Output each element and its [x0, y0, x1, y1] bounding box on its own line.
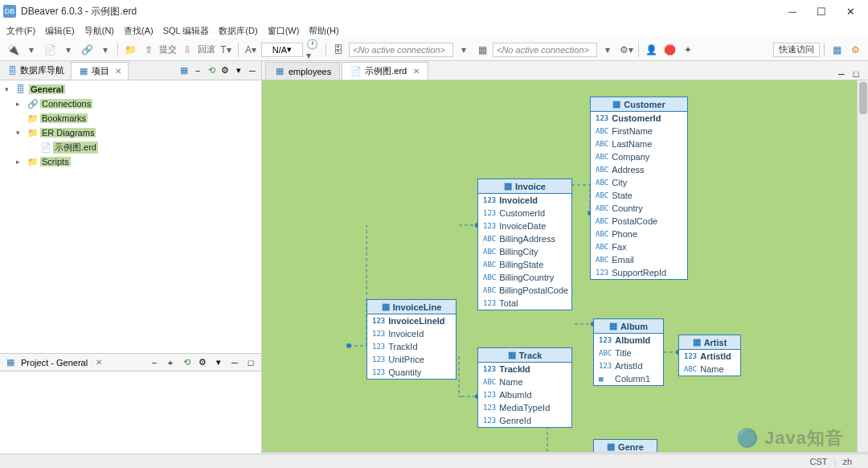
entity-column[interactable]: ▦Column1	[594, 372, 663, 385]
entity-column[interactable]: 123CustomerId	[478, 207, 571, 220]
new-sql-icon[interactable]: 📄	[42, 42, 58, 58]
scroll-thumb[interactable]	[859, 82, 867, 114]
vertical-scrollbar[interactable]: ▲	[857, 80, 868, 452]
action2-icon[interactable]: 🛑	[661, 42, 678, 58]
ed-max-icon[interactable]: □	[850, 68, 862, 80]
t-minus-icon[interactable]: −	[149, 357, 160, 368]
entity-header[interactable]: ▦ Album	[594, 319, 663, 334]
entity-column[interactable]: 123CustomerId	[591, 112, 687, 125]
menu-edit[interactable]: 编辑(E)	[42, 23, 78, 39]
menu-nav[interactable]: 导航(N)	[81, 23, 117, 39]
minimize-button[interactable]: ─	[778, 2, 807, 20]
link-dd[interactable]: ▾	[97, 42, 113, 58]
entity-invoiceline[interactable]: ▦ InvoiceLine123InvoiceLineId123InvoiceI…	[366, 299, 457, 380]
tree-item-erdiagrams[interactable]: ▾📁ER Diagrams	[2, 125, 260, 140]
quick-access[interactable]: 快速访问	[773, 43, 820, 57]
settings-icon[interactable]: ⚙▾	[618, 42, 634, 58]
dd1-arrow[interactable]: ▾	[456, 42, 472, 58]
entity-customer[interactable]: ▦ Customer123CustomerIdABCFirstNameABCLa…	[590, 96, 688, 280]
entity-column[interactable]: ABCLastName	[591, 138, 687, 150]
entity-column[interactable]: ABCName	[679, 363, 740, 376]
entity-header[interactable]: ▦ Artist	[679, 335, 740, 350]
new-sql-dd[interactable]: ▾	[60, 42, 76, 58]
entity-column[interactable]: 123Quantity	[367, 366, 456, 379]
menu-window[interactable]: 窗口(W)	[264, 23, 303, 39]
na-dropdown[interactable]: N/A ▾	[261, 43, 303, 57]
entity-column[interactable]: ABCBillingCity	[478, 245, 571, 258]
entity-header[interactable]: ▦ Invoice	[478, 179, 571, 194]
link-icon[interactable]: ⟲	[206, 65, 217, 76]
entity-column[interactable]: ABCFirstName	[591, 125, 687, 138]
entity-header[interactable]: ▦ InvoiceLine	[367, 300, 456, 314]
entity-header[interactable]: ▦ Genre	[594, 440, 657, 452]
entity-column[interactable]: 123InvoiceLineId	[367, 314, 456, 327]
t-link-icon[interactable]: ⟲	[181, 357, 192, 368]
entity-track[interactable]: ▦ Track123TrackIdABCName123AlbumId123Med…	[477, 347, 572, 428]
entity-column[interactable]: 123InvoiceDate	[478, 220, 571, 232]
entity-album[interactable]: ▦ Album123AlbumIdABCTitle123ArtistId▦Col…	[593, 318, 664, 386]
close-icon[interactable]: ✕	[115, 67, 121, 76]
t-max-icon[interactable]: □	[245, 357, 256, 368]
action1-icon[interactable]: 👤	[643, 42, 659, 58]
tree-item-scripts[interactable]: ▸📁Scripts	[2, 154, 260, 169]
rollback-label[interactable]: 回滚	[198, 43, 215, 55]
menu-sql[interactable]: SQL 编辑器	[160, 23, 213, 39]
folder-icon[interactable]: 📁	[122, 42, 138, 58]
connection-dd-2[interactable]: <No active connection>	[493, 43, 597, 57]
new-conn-dd[interactable]: ▾	[23, 42, 39, 58]
ed-min-icon[interactable]: ─	[836, 68, 847, 80]
t-min-icon[interactable]: ─	[229, 357, 240, 368]
expand-icon[interactable]: ▾	[5, 85, 14, 93]
editor-tab-erd[interactable]: 📄示例图.erd✕	[342, 62, 428, 80]
entity-column[interactable]: 123TrackId	[478, 363, 571, 376]
lang-label[interactable]: zh	[842, 457, 852, 466]
encoding-label[interactable]: CST	[810, 457, 828, 466]
editor-tab-employees[interactable]: ▦employees	[265, 62, 340, 80]
persp2-icon[interactable]: ⚙	[847, 42, 863, 58]
entity-column[interactable]: ABCName	[478, 376, 571, 388]
expand-icon[interactable]: ▸	[16, 158, 26, 166]
min-panel-icon[interactable]: ─	[247, 65, 258, 76]
new-icon[interactable]: ▦	[178, 65, 190, 76]
tab-project[interactable]: ▦项目✕	[72, 62, 129, 80]
clock-icon[interactable]: 🕐▾	[305, 42, 321, 58]
commit-icon[interactable]: ⇧	[141, 42, 157, 58]
action3-icon[interactable]: ✦	[680, 42, 696, 58]
menu-db[interactable]: 数据库(D)	[215, 23, 260, 39]
expand-icon[interactable]: ▾	[16, 129, 26, 137]
entity-column[interactable]: ABCTitle	[594, 347, 663, 359]
entity-column[interactable]: 123AlbumId	[478, 388, 571, 401]
table-icon[interactable]: ▦	[474, 42, 490, 58]
entity-column[interactable]: ABCAddress	[591, 163, 687, 176]
entity-column[interactable]: 123Total	[478, 297, 571, 310]
tree-item-bookmarks[interactable]: 📁Bookmarks	[2, 111, 260, 125]
dd2-arrow[interactable]: ▾	[600, 42, 616, 58]
entity-column[interactable]: ABCFax	[591, 240, 687, 253]
erd-canvas[interactable]: ▦ Customer123CustomerIdABCFirstNameABCLa…	[262, 80, 857, 452]
persp1-icon[interactable]: ▦	[829, 42, 845, 58]
entity-invoice[interactable]: ▦ Invoice123InvoiceId123CustomerId123Inv…	[477, 179, 572, 310]
tree-item-connections[interactable]: ▸🔗Connections	[2, 96, 260, 111]
entity-header[interactable]: ▦ Customer	[591, 97, 687, 112]
gear-icon[interactable]: ⚙	[219, 65, 231, 76]
menu-icon[interactable]: ▾	[233, 65, 244, 76]
db-icon[interactable]: 🗄	[330, 42, 346, 58]
entity-column[interactable]: ABCState	[591, 189, 687, 202]
entity-column[interactable]: ABCBillingPostalCode	[478, 284, 571, 297]
entity-column[interactable]: ABCBillingCountry	[478, 271, 571, 284]
entity-column[interactable]: ABCEmail	[591, 253, 687, 266]
menu-file[interactable]: 文件(F)	[3, 23, 39, 39]
entity-column[interactable]: 123TrackId	[367, 340, 456, 353]
entity-column[interactable]: 123InvoiceId	[478, 194, 571, 207]
t-plus-icon[interactable]: +	[165, 357, 176, 368]
close-button[interactable]: ✕	[836, 2, 865, 20]
entity-column[interactable]: ABCBillingAddress	[478, 232, 571, 245]
maximize-button[interactable]: ☐	[807, 2, 836, 20]
entity-column[interactable]: 123ArtistId	[679, 350, 740, 363]
t-menu-icon[interactable]: ▾	[213, 357, 224, 368]
entity-column[interactable]: 123ArtistId	[594, 359, 663, 372]
entity-column[interactable]: 123SupportRepId	[591, 266, 687, 279]
entity-column[interactable]: 123UnitPrice	[367, 353, 456, 366]
connection-dd-1[interactable]: <No active connection>	[349, 43, 453, 57]
minus-icon[interactable]: −	[192, 65, 203, 76]
